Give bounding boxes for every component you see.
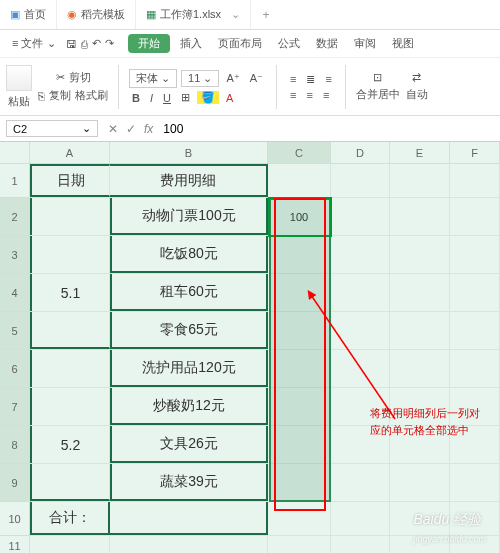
cell[interactable] xyxy=(268,388,331,425)
cell[interactable] xyxy=(390,236,450,273)
cell[interactable]: 文具26元 xyxy=(110,426,268,463)
cell[interactable] xyxy=(450,164,500,197)
decrease-font-button[interactable]: A⁻ xyxy=(247,72,266,85)
cell[interactable]: 吃饭80元 xyxy=(110,236,268,273)
menu-formula[interactable]: 公式 xyxy=(272,34,306,53)
cell[interactable]: 洗护用品120元 xyxy=(110,350,268,387)
accept-formula-button[interactable]: ✓ xyxy=(122,122,140,136)
font-name-select[interactable]: 宋体 ⌄ xyxy=(129,69,177,88)
align-top-button[interactable]: ≡ xyxy=(287,73,299,85)
row-header[interactable]: 4 xyxy=(0,274,30,312)
cell[interactable] xyxy=(331,536,390,553)
cell[interactable] xyxy=(331,164,390,197)
align-middle-button[interactable]: ≣ xyxy=(303,73,318,86)
cell[interactable] xyxy=(30,464,110,501)
cell[interactable] xyxy=(390,164,450,197)
save-icon[interactable]: 🖫 xyxy=(66,38,77,50)
col-header-e[interactable]: E xyxy=(390,142,450,164)
tab-template[interactable]: ◉ 稻壳模板 xyxy=(57,0,136,29)
menu-view[interactable]: 视图 xyxy=(386,34,420,53)
cell[interactable] xyxy=(390,312,450,349)
tab-workbook[interactable]: ▦ 工作簿1.xlsx ⌄ xyxy=(136,0,251,29)
cell[interactable]: 动物门票100元 xyxy=(110,198,268,235)
cell[interactable] xyxy=(331,312,390,349)
col-header-f[interactable]: F xyxy=(450,142,500,164)
dropdown-icon[interactable]: ⌄ xyxy=(231,8,240,21)
merge-group[interactable]: ⊡ 合并居中 xyxy=(356,71,400,102)
row-header[interactable]: 7 xyxy=(0,388,30,426)
cell[interactable] xyxy=(268,164,331,197)
cell[interactable] xyxy=(331,464,390,501)
row-header[interactable]: 3 xyxy=(0,236,30,274)
cell[interactable]: 费用明细 xyxy=(110,164,268,197)
select-all-corner[interactable] xyxy=(0,142,30,164)
cell[interactable] xyxy=(331,274,390,311)
cell-reference-input[interactable]: C2⌄ xyxy=(6,120,98,137)
cell[interactable] xyxy=(30,350,110,387)
cell[interactable] xyxy=(390,274,450,311)
cell[interactable] xyxy=(331,502,390,535)
paste-group[interactable]: 粘贴 xyxy=(6,65,32,109)
menu-start[interactable]: 开始 xyxy=(128,34,170,53)
cell[interactable] xyxy=(268,502,331,535)
menu-insert[interactable]: 插入 xyxy=(174,34,208,53)
cell[interactable] xyxy=(268,274,331,311)
cell[interactable] xyxy=(110,536,268,553)
font-size-select[interactable]: 11 ⌄ xyxy=(181,70,219,87)
align-right-button[interactable]: ≡ xyxy=(320,89,332,101)
formula-input[interactable]: 100 xyxy=(157,122,500,136)
row-header[interactable]: 11 xyxy=(0,536,30,553)
cell[interactable] xyxy=(30,198,110,235)
cell[interactable] xyxy=(30,236,110,273)
col-header-a[interactable]: A xyxy=(30,142,110,164)
cell[interactable]: 日期 xyxy=(30,164,110,197)
col-header-d[interactable]: D xyxy=(331,142,390,164)
align-left-button[interactable]: ≡ xyxy=(287,89,299,101)
cell[interactable]: 租车60元 xyxy=(110,274,268,311)
cell[interactable] xyxy=(450,198,500,235)
col-header-b[interactable]: B xyxy=(110,142,268,164)
cell[interactable] xyxy=(110,502,268,535)
cell[interactable] xyxy=(30,388,110,425)
cell[interactable] xyxy=(268,236,331,273)
tab-home[interactable]: ▣ 首页 xyxy=(0,0,57,29)
cell[interactable] xyxy=(450,274,500,311)
cut-button[interactable]: ✂剪切 xyxy=(56,70,91,85)
row-header[interactable]: 10 xyxy=(0,502,30,536)
row-header[interactable]: 8 xyxy=(0,426,30,464)
cell[interactable] xyxy=(450,312,500,349)
border-button[interactable]: ⊞ xyxy=(178,91,193,104)
cell[interactable] xyxy=(268,536,331,553)
row-header[interactable]: 6 xyxy=(0,350,30,388)
row-header[interactable]: 5 xyxy=(0,312,30,350)
menu-data[interactable]: 数据 xyxy=(310,34,344,53)
cancel-formula-button[interactable]: ✕ xyxy=(104,122,122,136)
cell[interactable] xyxy=(331,198,390,235)
bold-button[interactable]: B xyxy=(129,92,143,104)
fill-color-button[interactable]: 🪣 xyxy=(197,91,219,104)
italic-button[interactable]: I xyxy=(147,92,156,104)
align-center-button[interactable]: ≡ xyxy=(303,89,315,101)
row-header[interactable]: 2 xyxy=(0,198,30,236)
row-header[interactable]: 9 xyxy=(0,464,30,502)
redo-icon[interactable]: ↷ xyxy=(105,37,114,50)
cell[interactable] xyxy=(30,312,110,349)
cell[interactable] xyxy=(390,464,450,501)
menu-page-layout[interactable]: 页面布局 xyxy=(212,34,268,53)
auto-group[interactable]: ⇄ 自动 xyxy=(406,71,428,102)
fx-icon[interactable]: fx xyxy=(140,122,157,136)
menu-file[interactable]: ≡ 文件 ⌄ xyxy=(6,34,62,53)
cell[interactable] xyxy=(390,198,450,235)
cell-total[interactable]: 合计： xyxy=(30,502,110,535)
menu-review[interactable]: 审阅 xyxy=(348,34,382,53)
cell[interactable]: 零食65元 xyxy=(110,312,268,349)
copy-button[interactable]: ⎘复制 格式刷 xyxy=(38,88,108,103)
cell[interactable] xyxy=(268,426,331,463)
cell-group2-label[interactable]: 5.2 xyxy=(30,426,110,463)
cell[interactable] xyxy=(450,236,500,273)
cell[interactable] xyxy=(450,464,500,501)
cell[interactable] xyxy=(268,464,331,501)
align-bottom-button[interactable]: ≡ xyxy=(322,73,334,85)
cell[interactable]: 100 xyxy=(268,198,331,235)
print-icon[interactable]: ⎙ xyxy=(81,38,88,50)
